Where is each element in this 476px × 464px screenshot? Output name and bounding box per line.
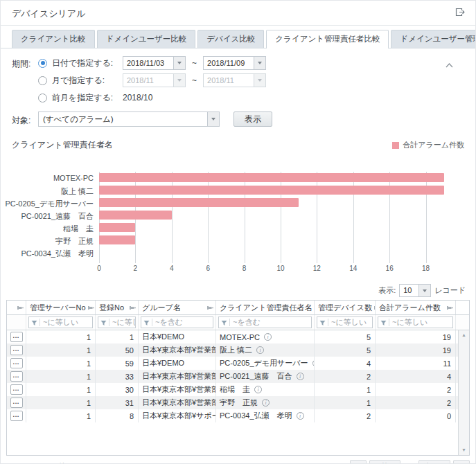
info-icon[interactable]: i <box>297 412 304 420</box>
tab-5[interactable]: ドメインユーザー管理責任者比較 <box>391 30 476 48</box>
alarm-select[interactable]: (すべてのアラーム) <box>38 111 220 127</box>
first-page-button[interactable]: |◀ <box>350 460 367 464</box>
column-header[interactable]: 管理デバイス数 <box>315 301 376 314</box>
filter-input[interactable]: ~に等しい <box>98 316 136 328</box>
info-icon[interactable]: i <box>256 346 264 354</box>
chart-bar[interactable] <box>99 173 444 182</box>
page-size-select[interactable]: 10 <box>399 284 431 297</box>
pin-icon[interactable] <box>88 305 94 311</box>
scroll-down-icon[interactable]: ▼ <box>461 447 466 453</box>
page-size-dropdown-icon[interactable] <box>418 285 430 296</box>
chart-bar[interactable] <box>99 223 135 232</box>
period-option-date: 日付で指定する: 2018/11/03 ~ 2018/11/09 <box>38 55 464 71</box>
table-cell: 2 <box>315 409 376 422</box>
row-menu-button[interactable]: ••• <box>10 358 23 368</box>
cell-value: 2 <box>447 386 451 394</box>
table-cell: 5 <box>315 330 376 343</box>
next-page-button[interactable]: 次へ▶ <box>418 460 450 464</box>
table-cell: 日本¥東京本部¥営業部 <box>139 383 216 396</box>
chart-bar[interactable] <box>99 235 135 244</box>
cell-value: 日本¥東京本部¥営業部 <box>142 384 216 395</box>
row-menu-button[interactable]: ••• <box>10 411 23 421</box>
column-header[interactable]: 合計アラーム件数 <box>376 301 456 314</box>
table-row[interactable]: •••18日本¥東京本部¥サポート部PC-0034_弘瀬 孝明i20 <box>7 409 458 422</box>
tab-2[interactable]: ドメインユーザー比較 <box>97 30 196 48</box>
date-to-dropdown-icon[interactable] <box>254 57 265 69</box>
row-menu-button[interactable]: ••• <box>10 332 23 342</box>
info-icon[interactable]: i <box>262 399 270 407</box>
column-header[interactable]: クライアント管理責任者名 <box>216 301 315 314</box>
month-to-input[interactable]: 2018/11 <box>203 73 266 87</box>
info-icon[interactable]: i <box>254 386 262 393</box>
month-from-input[interactable]: 2018/11 <box>123 73 186 87</box>
chart-canvas: MOTEX-PC阪上 慎二PC-0205_デモ用サーバーPC-0021_遠藤 百… <box>99 172 448 259</box>
radio-date-range[interactable] <box>38 59 47 68</box>
filter-input[interactable]: ~に等しい <box>378 316 453 328</box>
chart-bar[interactable] <box>99 198 299 207</box>
column-header[interactable]: グループ名 <box>139 301 216 314</box>
row-menu-button[interactable]: ••• <box>10 384 23 395</box>
filter-funnel-icon[interactable] <box>221 316 227 328</box>
scrollbar-track[interactable] <box>459 338 469 447</box>
tab-4[interactable]: クライアント管理責任者比較 <box>266 30 389 48</box>
row-menu-button[interactable]: ••• <box>10 345 23 355</box>
date-from-value[interactable]: 2018/11/03 <box>123 57 173 69</box>
date-from-dropdown-icon[interactable] <box>173 57 185 69</box>
table-row[interactable]: •••131日本¥東京本部¥営業部宇野 正規i12 <box>7 396 458 409</box>
export-icon[interactable] <box>455 7 466 19</box>
table-row[interactable]: •••159日本¥DEMOPC-0205_デモ用サーバーi411 <box>7 357 458 370</box>
alarm-select-value[interactable]: (すべてのアラーム) <box>39 112 207 126</box>
cell-value: 宇野 正規 <box>220 398 258 408</box>
filter-funnel-icon[interactable] <box>319 316 326 328</box>
pin-icon[interactable] <box>130 305 136 311</box>
pin-icon[interactable] <box>447 305 453 311</box>
date-from-input[interactable]: 2018/11/03 <box>123 56 186 70</box>
month-from-dropdown-icon[interactable] <box>173 74 185 87</box>
filter-input[interactable]: ~に等しい <box>28 316 93 328</box>
table-row[interactable]: •••130日本¥東京本部¥営業部稲場 圭i12 <box>7 383 458 396</box>
row-handle-cell: ••• <box>7 330 26 343</box>
row-menu-button[interactable]: ••• <box>10 371 23 382</box>
page-size-value[interactable]: 10 <box>400 285 418 296</box>
date-to-value[interactable]: 2018/11/09 <box>204 57 254 69</box>
date-to-input[interactable]: 2018/11/09 <box>203 56 266 70</box>
scroll-up-icon[interactable]: ▲ <box>461 332 466 338</box>
last-page-button[interactable]: ▶| <box>453 460 470 464</box>
table-cell: 30 <box>96 383 139 396</box>
cell-value: 日本¥東京本部¥サポート部 <box>142 411 216 421</box>
pin-icon[interactable] <box>207 305 213 311</box>
table-row[interactable]: •••11日本¥DEMOMOTEX-PCi519 <box>7 330 458 343</box>
chart-bar[interactable] <box>99 211 172 220</box>
cell-value: 4 <box>367 359 371 368</box>
info-icon[interactable]: i <box>264 333 272 341</box>
radio-month-label: 月で指定する: <box>52 75 123 87</box>
vertical-scrollbar[interactable]: ▲ ▼ <box>458 330 469 455</box>
alarm-select-dropdown-icon[interactable] <box>207 112 219 126</box>
filter-separator <box>389 319 389 326</box>
collapse-chevron-icon[interactable] <box>446 58 453 71</box>
table-row[interactable]: •••133日本¥東京本部¥営業部PC-0021_遠藤 百合i24 <box>7 370 458 383</box>
info-icon[interactable]: i <box>297 373 304 380</box>
filter-input[interactable]: ~に等しい <box>317 316 373 328</box>
row-menu-button[interactable]: ••• <box>10 398 23 408</box>
radio-month-range[interactable] <box>38 76 47 85</box>
filter-funnel-icon[interactable] <box>100 316 107 328</box>
chart-bar[interactable] <box>99 186 444 195</box>
tab-3[interactable]: デバイス比較 <box>197 30 264 48</box>
radio-prev-month[interactable] <box>38 93 47 102</box>
table-row[interactable]: •••150日本¥東京本部¥営業部阪上 慎二i519 <box>7 343 458 357</box>
filter-funnel-icon[interactable] <box>380 316 387 328</box>
show-button[interactable]: 表示 <box>233 111 272 127</box>
column-header[interactable]: 管理サーバーNo <box>26 301 96 314</box>
filter-funnel-icon[interactable] <box>143 316 150 328</box>
prev-page-button[interactable]: ◀前へ <box>369 460 401 464</box>
filter-operator-label: ~に等しい <box>331 317 367 328</box>
column-header[interactable]: 登録No <box>96 301 139 314</box>
pin-icon[interactable] <box>17 305 24 311</box>
filter-input[interactable]: ~を含む <box>141 316 213 328</box>
filter-funnel-icon[interactable] <box>31 316 37 328</box>
tab-1[interactable]: クライアント比較 <box>12 30 95 48</box>
filter-input[interactable]: ~を含む <box>218 316 312 328</box>
month-to-dropdown-icon[interactable] <box>254 74 265 87</box>
row-handle-cell: ••• <box>7 343 26 357</box>
